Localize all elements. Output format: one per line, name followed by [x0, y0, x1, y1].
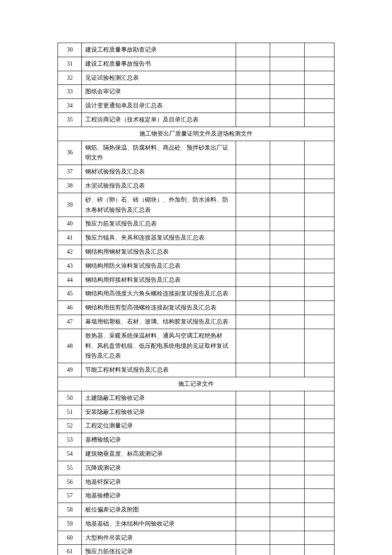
row-col-4: [270, 517, 304, 531]
row-col-4: [270, 217, 304, 231]
row-description: 钢结构用焊接材料复试报告及汇总表: [82, 273, 236, 287]
table-row: 36钢筋、隔热保温、防腐材料、商品砼、预拌砂浆出厂证明文件: [58, 141, 334, 165]
table-row: 31建设工程质量事故报告书: [58, 57, 334, 71]
table-row: 33图纸会审记录: [58, 85, 334, 99]
row-description: 安装隐蔽工程验收记录: [82, 405, 236, 419]
table-row: 49节能工程材料复试报告及汇总表: [58, 363, 334, 377]
table-row: 51安装隐蔽工程验收记录: [58, 405, 334, 419]
row-col-5: [304, 489, 334, 503]
row-col-4: [270, 165, 304, 179]
document-table: 30建设工程质量事故勘查记录31建设工程质量事故报告书32见证试验检测汇总表33…: [58, 43, 334, 555]
table-row: 38水泥试验报告及汇总表: [58, 179, 334, 193]
row-description: 图纸会审记录: [82, 85, 236, 99]
row-col-3: [236, 433, 270, 447]
table-row: 58桩位偏差记录及附图: [58, 503, 334, 517]
row-col-5: [304, 245, 334, 259]
row-description: 沉降观测记录: [82, 461, 236, 475]
row-col-4: [270, 461, 304, 475]
row-col-5: [304, 113, 334, 127]
row-number: 47: [58, 315, 82, 329]
row-col-4: [270, 475, 304, 489]
row-col-3: [236, 301, 270, 315]
row-col-4: [270, 57, 304, 71]
row-description: 幕墙用铝塑板、石材、玻璃、结构胶复试报告及汇总表: [82, 315, 236, 329]
row-description: 钢结构用高强度大六角头螺栓连接副复试报告及汇总表: [82, 287, 236, 301]
row-col-5: [304, 43, 334, 57]
row-col-3: [236, 113, 270, 127]
row-number: 45: [58, 287, 82, 301]
row-col-5: [304, 503, 334, 517]
table-row: 42钢结构用钢材复试报告及汇总表: [58, 245, 334, 259]
table-row: 41预应力锚具、夹具和连接器复试报告及汇总表: [58, 231, 334, 245]
row-description: 工程洽商记录（技术核定单）及目录汇总表: [82, 113, 236, 127]
row-col-5: [304, 217, 334, 231]
row-col-4: [270, 433, 304, 447]
row-description: 地基验槽记录: [82, 489, 236, 503]
row-description: 钢结构用扭剪型高强螺栓连接副复试报告及汇总表: [82, 301, 236, 315]
row-col-5: [304, 287, 334, 301]
row-col-5: [304, 259, 334, 273]
row-col-4: [270, 545, 304, 555]
row-number: 46: [58, 301, 82, 315]
table-row: 44钢结构用焊接材料复试报告及汇总表: [58, 273, 334, 287]
table-row: 60大型构件吊装记录: [58, 531, 334, 545]
row-number: 31: [58, 57, 82, 71]
row-col-5: [304, 231, 334, 245]
row-col-4: [270, 447, 304, 461]
row-col-4: [270, 419, 304, 433]
row-number: 53: [58, 433, 82, 447]
row-col-3: [236, 165, 270, 179]
row-col-4: [270, 113, 304, 127]
row-col-3: [236, 217, 270, 231]
row-col-5: [304, 329, 334, 363]
row-description: 钢材试验报告及汇总表: [82, 165, 236, 179]
row-number: 57: [58, 489, 82, 503]
row-col-4: [270, 363, 304, 377]
row-col-3: [236, 43, 270, 57]
row-col-3: [236, 391, 270, 405]
row-col-4: [270, 193, 304, 217]
row-number: 32: [58, 71, 82, 85]
row-col-3: [236, 57, 270, 71]
row-number: 49: [58, 363, 82, 377]
row-description: 钢筋、隔热保温、防腐材料、商品砼、预拌砂浆出厂证明文件: [82, 141, 236, 165]
row-col-3: [236, 489, 270, 503]
row-col-5: [304, 405, 334, 419]
row-col-3: [236, 141, 270, 165]
row-col-5: [304, 363, 334, 377]
table-row: 52工程定位测量记录: [58, 419, 334, 433]
row-number: 38: [58, 179, 82, 193]
row-col-4: [270, 301, 304, 315]
row-description: 地基基础、主体结构中间验收记录: [82, 517, 236, 531]
row-col-3: [236, 517, 270, 531]
table-row: 61预应力筋张拉记录: [58, 545, 334, 555]
row-col-5: [304, 475, 334, 489]
row-description: 见证试验检测汇总表: [82, 71, 236, 85]
table-row: 57地基验槽记录: [58, 489, 334, 503]
row-number: 51: [58, 405, 82, 419]
row-col-4: [270, 503, 304, 517]
row-col-5: [304, 545, 334, 555]
row-description: 桩位偏差记录及附图: [82, 503, 236, 517]
row-col-4: [270, 71, 304, 85]
row-description: 建筑物垂直度、标高观测记录: [82, 447, 236, 461]
row-col-5: [304, 193, 334, 217]
row-description: 钢结构用钢材复试报告及汇总表: [82, 245, 236, 259]
table-row: 45钢结构用高强度大六角头螺栓连接副复试报告及汇总表: [58, 287, 334, 301]
row-col-4: [270, 85, 304, 99]
row-col-5: [304, 447, 334, 461]
row-col-3: [236, 85, 270, 99]
row-col-5: [304, 391, 334, 405]
row-number: 41: [58, 231, 82, 245]
row-col-3: [236, 179, 270, 193]
row-number: 33: [58, 85, 82, 99]
table-row: 48散热器、采暖系统保温材料、通风与空调工程绝热材料、风机盘管机组、低压配电系统…: [58, 329, 334, 363]
row-col-5: [304, 99, 334, 113]
row-col-3: [236, 287, 270, 301]
row-col-4: [270, 273, 304, 287]
row-col-5: [304, 461, 334, 475]
row-col-3: [236, 329, 270, 363]
row-col-4: [270, 259, 304, 273]
row-col-5: [304, 419, 334, 433]
table-row: 32见证试验检测汇总表: [58, 71, 334, 85]
